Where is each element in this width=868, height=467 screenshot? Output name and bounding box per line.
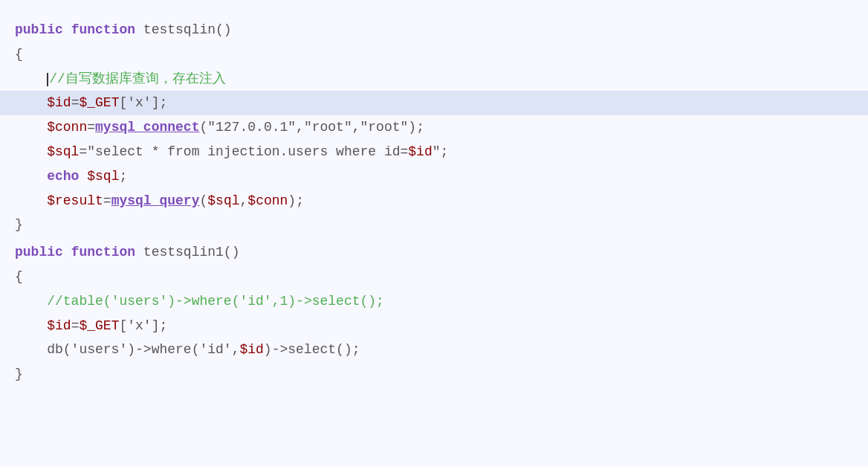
code-token: { <box>15 269 23 284</box>
code-token: )->select(); <box>264 342 360 357</box>
line-content: public function testsqlin1() <box>15 242 239 263</box>
code-line: $result=mysql_query($sql,$conn); <box>0 189 868 213</box>
code-line: { <box>0 265 868 289</box>
code-token: $_GET <box>79 318 119 333</box>
code-token: $conn <box>47 120 87 135</box>
code-line: $id=$_GET['x']; <box>0 91 868 115</box>
code-token: ; <box>119 169 127 184</box>
code-token: = <box>71 318 80 333</box>
code-token: public <box>15 245 63 260</box>
code-token: ( <box>199 193 207 208</box>
code-token: //table('users')->where('id',1)->select(… <box>47 294 384 309</box>
line-content: echo $sql; <box>15 166 127 187</box>
code-line: echo $sql; <box>0 164 868 189</box>
code-line: } <box>0 213 868 237</box>
code-token: } <box>15 217 23 232</box>
line-content: db('users')->where('id',$id)->select(); <box>15 339 360 361</box>
code-token: $sql <box>207 193 239 208</box>
code-token <box>63 245 71 260</box>
code-token: $id <box>408 144 432 159</box>
code-token: "; <box>433 144 449 159</box>
code-token: echo <box>47 169 79 184</box>
code-token: ); <box>288 193 304 208</box>
code-token: testsqlin() <box>135 22 232 37</box>
code-line: } <box>0 362 868 387</box>
code-block: public function testsqlin(){ //自写数据库查询，存… <box>0 15 868 390</box>
code-token: ="select * from injection.users where id… <box>79 144 408 159</box>
code-line: db('users')->where('id',$id)->select(); <box>0 338 868 362</box>
code-token <box>15 169 47 184</box>
code-line: $conn=mysql_connect("127.0.0.1","root","… <box>0 115 868 140</box>
code-token <box>15 318 47 333</box>
line-content: $conn=mysql_connect("127.0.0.1","root","… <box>15 117 424 138</box>
code-token: $sql <box>47 144 79 159</box>
code-token <box>79 169 87 184</box>
code-container: public function testsqlin(){ //自写数据库查询，存… <box>0 0 868 467</box>
code-token: $result <box>47 193 103 208</box>
code-token: //自写数据库查询，存在注入 <box>49 71 226 86</box>
code-line: { <box>0 42 868 67</box>
code-line: public function testsqlin1() <box>0 240 868 265</box>
code-token: $id <box>47 318 71 333</box>
code-line: //自写数据库查询，存在注入 <box>0 67 868 91</box>
code-token <box>63 22 71 37</box>
code-token: mysql_connect <box>95 120 199 135</box>
code-token <box>15 71 47 86</box>
code-token: mysql_query <box>111 193 200 208</box>
code-token <box>15 95 47 110</box>
code-token: } <box>15 367 23 381</box>
line-content: } <box>15 364 23 385</box>
code-token <box>15 193 47 208</box>
code-token <box>15 144 47 159</box>
line-content: //table('users')->where('id',1)->select(… <box>15 291 384 312</box>
code-token: function <box>71 22 135 37</box>
code-line: $id=$_GET['x']; <box>0 314 868 338</box>
code-token: ['x']; <box>119 318 167 333</box>
line-content: $id=$_GET['x']; <box>15 92 167 114</box>
code-line: public function testsqlin() <box>0 18 868 42</box>
code-token: { <box>15 47 23 62</box>
code-token: $id <box>47 95 71 110</box>
code-token: = <box>103 193 111 208</box>
line-content: { <box>15 266 23 288</box>
code-token: function <box>71 245 135 260</box>
code-token: = <box>87 120 95 135</box>
code-token: $id <box>239 342 263 357</box>
code-token: db('users')->where('id', <box>15 342 239 357</box>
line-content: $id=$_GET['x']; <box>15 315 167 337</box>
line-content: //自写数据库查询，存在注入 <box>15 68 226 90</box>
line-content: { <box>15 44 23 65</box>
code-token: = <box>71 95 80 110</box>
code-token <box>15 120 47 135</box>
code-token <box>15 294 47 309</box>
code-token: , <box>240 193 248 208</box>
code-token: ("127.0.0.1","root","root"); <box>199 120 424 135</box>
line-content: public function testsqlin() <box>15 19 232 41</box>
code-token: $_GET <box>79 95 119 110</box>
line-content: $result=mysql_query($sql,$conn); <box>15 190 304 212</box>
code-token: $sql <box>87 169 119 184</box>
text-cursor <box>47 73 48 86</box>
code-token: $conn <box>247 193 288 208</box>
line-content: $sql="select * from injection.users wher… <box>15 141 448 163</box>
code-token: testsqlin1() <box>135 245 239 260</box>
code-line: //table('users')->where('id',1)->select(… <box>0 289 868 314</box>
code-token: public <box>15 22 63 37</box>
line-content: } <box>15 214 23 236</box>
code-line: $sql="select * from injection.users wher… <box>0 140 868 164</box>
code-token: ['x']; <box>119 95 167 110</box>
